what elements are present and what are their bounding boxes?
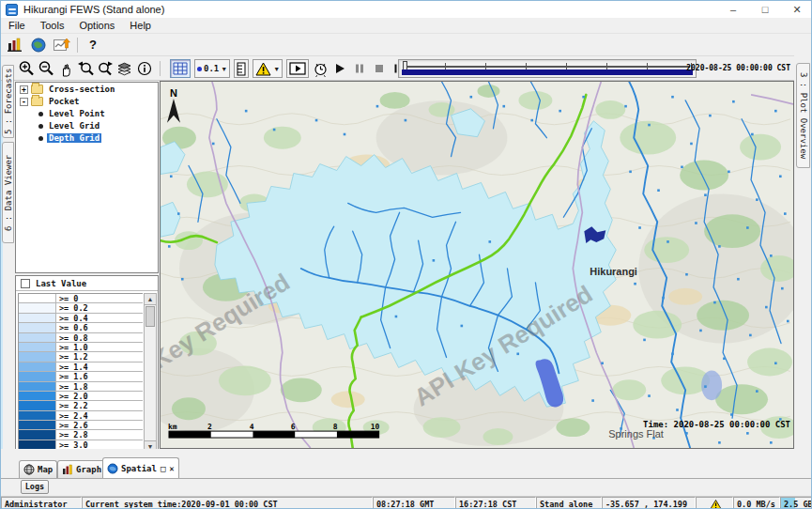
database-bars-icon[interactable] bbox=[6, 37, 24, 54]
warning-icon bbox=[710, 500, 722, 509]
tab-spatial-label: Spatial bbox=[121, 464, 157, 473]
tree-item-pocket[interactable]: -Pocket bbox=[16, 96, 158, 107]
layers-icon[interactable] bbox=[115, 59, 134, 78]
status-warning[interactable] bbox=[696, 497, 733, 509]
scroll-up-icon[interactable]: ▲ bbox=[145, 294, 156, 305]
wire-globe-icon bbox=[23, 464, 35, 475]
last-value-checkbox[interactable] bbox=[21, 279, 30, 288]
svg-text:N: N bbox=[170, 87, 177, 99]
tree-expander-icon[interactable]: - bbox=[20, 98, 28, 106]
close-button[interactable]: ✕ bbox=[781, 1, 812, 18]
bottom-panel: Map Graph Spatial □ ✕ Logs bbox=[1, 449, 812, 496]
legend-swatch bbox=[19, 352, 56, 361]
legend-swatch bbox=[19, 392, 56, 400]
legend-row: >= 2.4 bbox=[19, 411, 143, 421]
chart-export-icon[interactable] bbox=[53, 37, 71, 54]
globe-icon[interactable] bbox=[29, 37, 48, 54]
app-window: Hikurangi FEWS (Stand alone) – □ ✕ FileT… bbox=[0, 0, 812, 509]
current-timestep-label: 2020-08-25 00:00:00 CST bbox=[686, 64, 790, 72]
tab-spatial[interactable]: Spatial □ ✕ bbox=[102, 457, 179, 478]
time-slider[interactable] bbox=[398, 59, 697, 78]
toolbar-separator bbox=[160, 61, 161, 76]
legend-row: >= 2.2 bbox=[19, 401, 143, 410]
pan-hand-icon[interactable] bbox=[55, 59, 75, 78]
play-button[interactable] bbox=[331, 60, 348, 77]
tab-graph[interactable]: Graph bbox=[57, 460, 106, 478]
legend-rows: >= 0>= 0.2>= 0.4>= 0.6>= 0.8>= 1.0>= 1.2… bbox=[18, 293, 143, 454]
tab-maximize-icon[interactable]: □ bbox=[161, 464, 165, 473]
class-interval-dropdown[interactable]: 0.1▼ bbox=[194, 59, 230, 78]
status-bar: AdministratorCurrent system time:2020-09… bbox=[1, 496, 812, 509]
last-value-label: Last Value bbox=[36, 279, 86, 288]
zoom-out-icon[interactable] bbox=[36, 59, 55, 78]
map-svg: API Key Required API Key Required Hikura… bbox=[161, 82, 793, 448]
gauge-scale-button[interactable] bbox=[234, 59, 249, 78]
maximize-button[interactable]: □ bbox=[749, 1, 781, 18]
legend-swatch bbox=[19, 401, 56, 409]
logs-button[interactable]: Logs bbox=[21, 480, 49, 494]
menu-item-file[interactable]: File bbox=[1, 20, 33, 31]
svg-text:4: 4 bbox=[250, 423, 254, 431]
tree-item-label: Depth Grid bbox=[47, 133, 101, 143]
tree-item-level-point[interactable]: Level Point bbox=[16, 108, 158, 119]
minimize-button[interactable]: – bbox=[717, 1, 749, 18]
menu-item-options[interactable]: Options bbox=[71, 20, 122, 31]
legend-row-label: >= 3.0 bbox=[56, 440, 88, 449]
pause-button[interactable] bbox=[351, 60, 368, 77]
status-user: Administrator bbox=[1, 497, 82, 509]
tree-indent bbox=[20, 110, 28, 118]
sidebar-tab-data-viewer[interactable]: 6 : Data Viewer bbox=[2, 142, 14, 243]
legend-row: >= 1.0 bbox=[19, 343, 143, 352]
status-memory: 2.5 GB bbox=[780, 497, 812, 509]
tab-close-icon[interactable]: ✕ bbox=[169, 464, 174, 473]
app-icon bbox=[6, 4, 18, 16]
legend-scrollbar[interactable]: ▲ ▼ bbox=[144, 293, 157, 453]
map-canvas[interactable]: API Key Required API Key Required Hikura… bbox=[160, 81, 794, 449]
timer-clock-icon[interactable] bbox=[312, 60, 329, 77]
info-icon[interactable] bbox=[134, 59, 154, 78]
animation-player-button[interactable] bbox=[286, 59, 309, 78]
warning-threshold-dropdown[interactable]: ▼ bbox=[253, 59, 283, 78]
tree-item-label: Pocket bbox=[47, 97, 82, 106]
legend-row: >= 2.0 bbox=[19, 392, 143, 401]
legend-swatch bbox=[19, 333, 56, 342]
legend-swatch bbox=[19, 421, 56, 429]
svg-text:8: 8 bbox=[333, 423, 338, 431]
legend-swatch bbox=[19, 372, 56, 380]
tree-item-level-grid[interactable]: Level Grid bbox=[16, 120, 158, 131]
menu-item-help[interactable]: Help bbox=[122, 20, 159, 31]
folder-icon bbox=[31, 85, 43, 94]
tree-expander-icon[interactable]: + bbox=[20, 85, 28, 94]
stop-button[interactable] bbox=[371, 60, 388, 77]
scroll-thumb[interactable] bbox=[146, 306, 155, 327]
zoom-previous-icon[interactable] bbox=[75, 59, 95, 78]
legend-row: >= 1.8 bbox=[19, 382, 143, 392]
zoom-in-icon[interactable] bbox=[16, 59, 36, 78]
legend-row-label: >= 1.4 bbox=[56, 362, 88, 371]
sidebar-tab-forecasts[interactable]: 5 : Forecasts bbox=[2, 65, 14, 138]
chevron-down-icon: ▼ bbox=[273, 66, 280, 72]
help-button[interactable]: ? bbox=[89, 38, 97, 52]
tree-indent bbox=[20, 134, 28, 143]
tree-item-cross-section[interactable]: +Cross-section bbox=[16, 84, 158, 95]
legend-row-label: >= 0.4 bbox=[56, 314, 88, 322]
map-toolbar: 0.1▼ ▼ 2020-08-25 00:00:00 CST bbox=[1, 55, 812, 81]
legend-row: >= 0.6 bbox=[19, 323, 143, 332]
grid-layer-button[interactable] bbox=[170, 59, 191, 78]
svg-text:6: 6 bbox=[291, 423, 296, 431]
sidebar-tab-plot-overview[interactable]: 3 : Plot Overview bbox=[796, 63, 810, 168]
legend-row-label: >= 1.2 bbox=[56, 352, 88, 361]
legend-swatch bbox=[19, 440, 56, 449]
tree-item-depth-grid[interactable]: Depth Grid bbox=[16, 132, 158, 144]
tree-item-label: Level Point bbox=[47, 109, 107, 118]
bar-chart-icon bbox=[62, 464, 73, 475]
status-gmt-time: 08:27:18 GMT bbox=[373, 497, 455, 509]
interval-value: 0.1 bbox=[204, 64, 219, 73]
status-system-time: Current system time:2020-09-01 00:00 CST bbox=[82, 497, 373, 509]
menu-item-tools[interactable]: Tools bbox=[33, 20, 72, 31]
tab-map[interactable]: Map bbox=[19, 460, 57, 478]
tree-item-label: Cross-section bbox=[47, 85, 116, 94]
legend-row-label: >= 1.6 bbox=[56, 372, 88, 380]
zoom-next-icon[interactable] bbox=[95, 59, 115, 78]
legend-swatch bbox=[19, 430, 56, 439]
